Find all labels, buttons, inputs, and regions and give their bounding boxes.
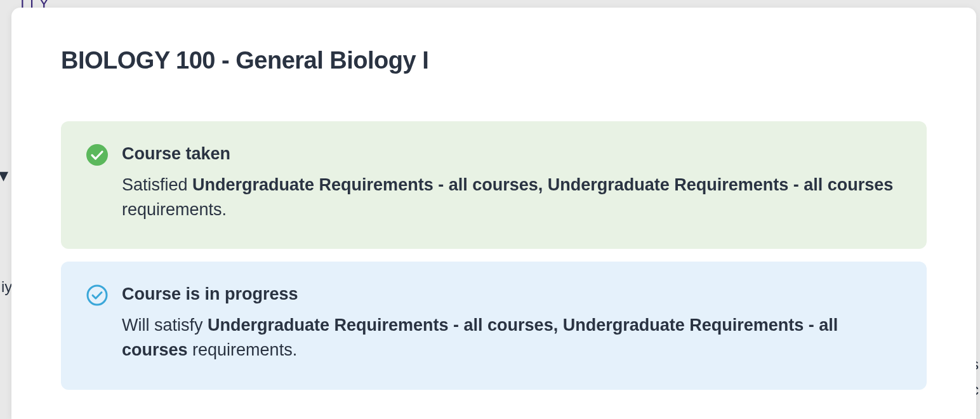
status-card-in-progress: Course is in progress Will satisfy Under… [61,262,927,389]
status-desc-suffix: requirements. [122,200,227,219]
status-description: Will satisfy Undergraduate Requirements … [122,313,901,362]
status-card-taken: Course taken Satisfied Undergraduate Req… [61,121,927,249]
modal-title: BIOLOGY 100 - General Biology I [61,47,927,74]
status-desc-suffix: requirements. [188,340,298,359]
svg-point-0 [86,144,108,166]
check-circle-outline-icon [86,284,108,306]
status-body: Course is in progress Will satisfy Under… [122,284,901,362]
course-detail-modal: BIOLOGY 100 - General Biology I Course t… [11,8,976,419]
background-fragment: ▾ [0,164,8,186]
status-heading: Course taken [122,144,901,164]
background-fragment: iy [1,278,12,296]
check-circle-filled-icon [86,144,108,166]
status-heading: Course is in progress [122,284,901,304]
status-desc-requirements: Undergraduate Requirements - all courses… [192,175,893,194]
status-desc-prefix: Satisfied [122,175,192,194]
status-description: Satisfied Undergraduate Requirements - a… [122,173,901,222]
svg-point-1 [88,286,107,305]
status-desc-prefix: Will satisfy [122,316,208,335]
status-body: Course taken Satisfied Undergraduate Req… [122,144,901,222]
